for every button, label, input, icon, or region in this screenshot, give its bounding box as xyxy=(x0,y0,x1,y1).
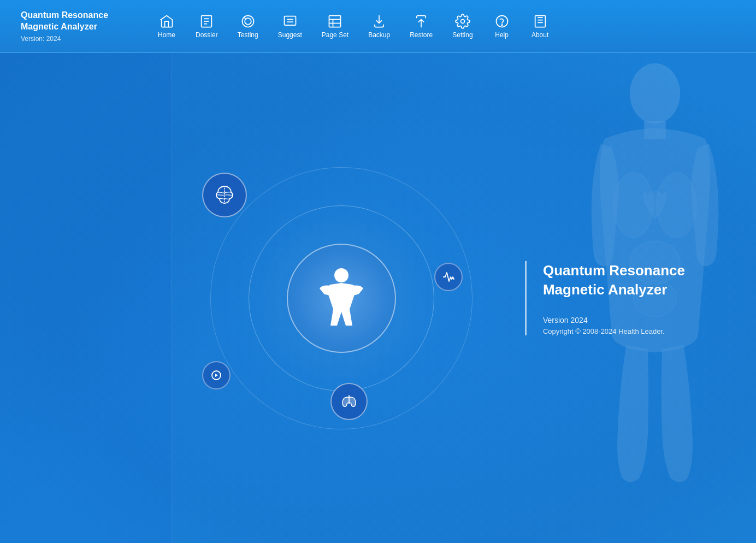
info-panel: Quantum Resonance Magnetic Analyzer Vers… xyxy=(525,261,685,335)
nav-help-label: Help xyxy=(495,31,509,39)
nav-restore[interactable]: Restore xyxy=(400,9,442,43)
human-figure-icon xyxy=(314,265,369,331)
pageset-icon xyxy=(327,14,342,29)
info-title-line2: Magnetic Analyzer xyxy=(543,281,667,298)
svg-point-16 xyxy=(501,25,503,26)
nav-pageset[interactable]: Page Set xyxy=(312,9,358,43)
arrow-icon xyxy=(210,369,223,382)
diagram-area xyxy=(191,156,492,440)
about-icon xyxy=(533,14,548,29)
svg-rect-10 xyxy=(329,16,341,27)
nav-testing[interactable]: Testing xyxy=(228,9,268,43)
small-left-orbit-icon[interactable] xyxy=(202,361,231,389)
nav-pageset-label: Page Set xyxy=(322,31,349,39)
center-circle[interactable] xyxy=(287,244,396,353)
logo-area: Quantum Resonance Magnetic Analyzer Vers… xyxy=(0,10,147,43)
nav-about-label: About xyxy=(531,31,548,39)
svg-point-21 xyxy=(630,63,680,124)
nav-help[interactable]: Help xyxy=(483,9,521,43)
info-panel-title: Quantum Resonance Magnetic Analyzer xyxy=(543,261,685,299)
svg-point-14 xyxy=(460,20,464,23)
nav-testing-label: Testing xyxy=(238,31,258,39)
nav-dossier-label: Dossier xyxy=(196,31,218,39)
nav-home-label: Home xyxy=(158,31,175,39)
info-version: Version 2024 xyxy=(543,316,685,324)
small-right-orbit-icon[interactable] xyxy=(434,263,463,291)
info-title-line1: Quantum Resonance xyxy=(543,262,685,278)
testing-icon xyxy=(240,14,256,29)
nav-suggest-label: Suggest xyxy=(278,31,302,39)
app-title: Quantum Resonance Magnetic Analyzer xyxy=(21,10,147,33)
app-title-line2: Magnetic Analyzer xyxy=(21,22,97,31)
main-nav: Home Dossier Te xyxy=(147,9,756,43)
nav-backup[interactable]: Backup xyxy=(358,9,400,43)
nav-about[interactable]: About xyxy=(521,9,559,43)
home-icon xyxy=(159,14,174,29)
help-icon xyxy=(494,14,510,29)
brain-orbit-icon[interactable] xyxy=(202,173,247,217)
svg-point-27 xyxy=(334,268,349,282)
dossier-icon xyxy=(199,14,214,29)
svg-rect-7 xyxy=(284,16,296,25)
app-title-line1: Quantum Resonance xyxy=(21,10,108,20)
header: Quantum Resonance Magnetic Analyzer Vers… xyxy=(0,0,756,53)
nav-dossier[interactable]: Dossier xyxy=(186,9,228,43)
lungs-orbit-icon[interactable] xyxy=(330,383,368,420)
suggest-icon xyxy=(282,14,298,29)
main-content: Quantum Resonance Magnetic Analyzer Vers… xyxy=(0,53,756,543)
nav-suggest[interactable]: Suggest xyxy=(268,9,312,43)
app-version: Version: 2024 xyxy=(21,35,147,43)
restore-icon xyxy=(414,14,429,29)
svg-line-6 xyxy=(244,17,246,20)
backup-icon xyxy=(371,14,387,29)
nav-restore-label: Restore xyxy=(410,31,433,39)
info-copyright: Copyright © 2008-2024 Health Leader. xyxy=(543,327,685,335)
nav-setting[interactable]: Setting xyxy=(442,9,482,43)
svg-point-4 xyxy=(242,16,253,27)
setting-icon xyxy=(455,14,470,29)
nav-home[interactable]: Home xyxy=(147,9,186,43)
pulse-icon xyxy=(442,270,455,284)
nav-setting-label: Setting xyxy=(452,31,472,39)
left-panel-decoration xyxy=(0,53,172,543)
lungs-icon xyxy=(339,391,359,412)
nav-backup-label: Backup xyxy=(368,31,390,39)
brain-icon xyxy=(212,183,237,207)
